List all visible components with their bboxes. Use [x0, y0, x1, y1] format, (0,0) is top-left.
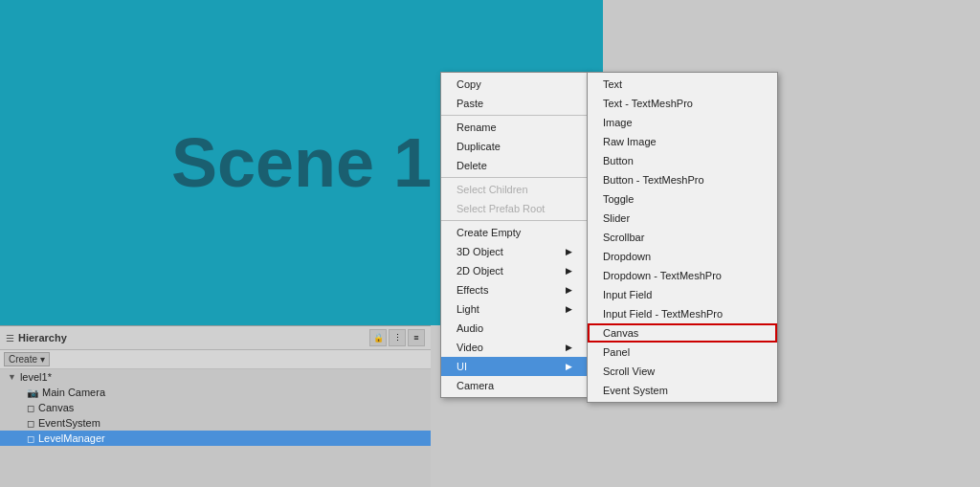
video-label: Video [457, 342, 483, 353]
audio-label: Audio [457, 322, 483, 334]
paste-label: Paste [457, 98, 483, 109]
lock-icon-btn[interactable]: 🔒 [369, 329, 387, 346]
separator-3 [441, 220, 588, 221]
submenu-scroll-view[interactable]: Scroll View [588, 362, 777, 381]
tree-item-label: Canvas [38, 402, 74, 413]
context-menu-effects[interactable]: Effects ▶ [441, 280, 588, 299]
arrow-down-icon: ▼ [8, 372, 16, 382]
copy-label: Copy [457, 78, 481, 90]
context-menu-select-prefab-root: Select Prefab Root [441, 199, 588, 218]
tree-item-label: LevelManager [38, 432, 105, 444]
context-menu-copy[interactable]: Copy [441, 75, 588, 94]
context-menu-light[interactable]: Light ▶ [441, 299, 588, 319]
ui-label: UI [457, 361, 467, 372]
submenu-input-field[interactable]: Input Field [588, 285, 777, 304]
submenu-button[interactable]: Button [588, 151, 777, 170]
separator-1 [441, 115, 588, 116]
more-icon-btn[interactable]: ≡ [408, 329, 425, 346]
context-menu-select-children: Select Children [441, 180, 588, 199]
delete-label: Delete [457, 160, 487, 171]
submenu-ui: Text Text - TextMeshPro Image Raw Image … [587, 72, 778, 403]
submenu-arrow-icon-light: ▶ [566, 304, 572, 314]
submenu-arrow-icon-2d: ▶ [566, 266, 572, 276]
create-button[interactable]: Create ▾ [4, 352, 50, 366]
submenu-dropdown[interactable]: Dropdown [588, 247, 777, 266]
submenu-arrow-icon: ▶ [566, 247, 572, 256]
tree-item-event-system[interactable]: ◻ EventSystem [0, 415, 431, 431]
submenu-arrow-icon-video: ▶ [566, 343, 572, 352]
scene-title: Scene 1 [171, 123, 432, 202]
tree-item-canvas[interactable]: ◻ Canvas [0, 400, 431, 415]
hierarchy-toolbar-icons: 🔒 ⋮ ≡ [369, 329, 425, 346]
context-menu-delete[interactable]: Delete [441, 156, 588, 175]
effects-label: Effects [457, 284, 488, 296]
context-menu-rename[interactable]: Rename [441, 118, 588, 137]
submenu-image[interactable]: Image [588, 113, 777, 132]
separator-2 [441, 177, 588, 178]
event-icon: ◻ [27, 418, 34, 429]
duplicate-label: Duplicate [457, 141, 501, 152]
tree-item-level1[interactable]: ▼ level1* [0, 369, 431, 385]
hierarchy-panel: ☰ Hierarchy 🔒 ⋮ ≡ Create ▾ ▼ level1* 📷 M… [0, 325, 431, 487]
context-menu-paste[interactable]: Paste [441, 94, 588, 113]
hierarchy-title: Hierarchy [18, 332, 67, 343]
submenu-canvas[interactable]: Canvas [588, 323, 777, 343]
submenu-event-system[interactable]: Event System [588, 381, 777, 400]
submenu-dropdown-mesh-pro[interactable]: Dropdown - TextMeshPro [588, 266, 777, 285]
submenu-text[interactable]: Text [588, 75, 777, 94]
create-empty-label: Create Empty [457, 227, 521, 238]
camera-icon: 📷 [27, 387, 38, 398]
manager-icon: ◻ [27, 433, 34, 444]
hierarchy-header: ☰ Hierarchy 🔒 ⋮ ≡ [0, 326, 431, 350]
canvas-icon: ◻ [27, 403, 34, 413]
submenu-button-mesh-pro[interactable]: Button - TextMeshPro [588, 170, 777, 189]
context-menu-ui[interactable]: UI ▶ [441, 357, 588, 376]
submenu-raw-image[interactable]: Raw Image [588, 132, 777, 151]
context-menu-camera[interactable]: Camera [441, 376, 588, 395]
light-label: Light [457, 303, 479, 315]
tree-item-label: level1* [20, 371, 52, 383]
submenu-panel[interactable]: Panel [588, 343, 777, 362]
tree-item-label: EventSystem [38, 417, 100, 429]
submenu-text-mesh-pro[interactable]: Text - TextMeshPro [588, 94, 777, 113]
context-menu-audio[interactable]: Audio [441, 319, 588, 338]
3d-object-label: 3D Object [457, 246, 503, 257]
submenu-arrow-icon-ui: ▶ [566, 362, 572, 371]
submenu-slider[interactable]: Slider [588, 209, 777, 228]
submenu-scrollbar[interactable]: Scrollbar [588, 228, 777, 247]
context-menu-duplicate[interactable]: Duplicate [441, 137, 588, 156]
context-menu: Copy Paste Rename Duplicate Delete Selec… [440, 72, 589, 398]
2d-object-label: 2D Object [457, 265, 503, 277]
rename-label: Rename [457, 122, 497, 133]
context-menu-create-empty[interactable]: Create Empty [441, 223, 588, 242]
submenu-input-field-mesh-pro[interactable]: Input Field - TextMeshPro [588, 304, 777, 323]
submenu-toggle[interactable]: Toggle [588, 189, 777, 209]
context-menu-2d-object[interactable]: 2D Object ▶ [441, 261, 588, 280]
camera-label: Camera [457, 380, 494, 391]
tree-item-level-manager[interactable]: ◻ LevelManager [0, 431, 431, 446]
tree-item-main-camera[interactable]: 📷 Main Camera [0, 385, 431, 400]
select-prefab-root-label: Select Prefab Root [457, 203, 545, 214]
submenu-arrow-icon-effects: ▶ [566, 285, 572, 295]
search-icon-btn[interactable]: ⋮ [389, 329, 406, 346]
context-menu-3d-object[interactable]: 3D Object ▶ [441, 242, 588, 261]
tree-item-label: Main Camera [42, 387, 105, 398]
hierarchy-icon: ☰ [6, 333, 14, 343]
hierarchy-toolbar: Create ▾ [0, 350, 431, 369]
select-children-label: Select Children [457, 184, 528, 195]
context-menu-video[interactable]: Video ▶ [441, 338, 588, 357]
